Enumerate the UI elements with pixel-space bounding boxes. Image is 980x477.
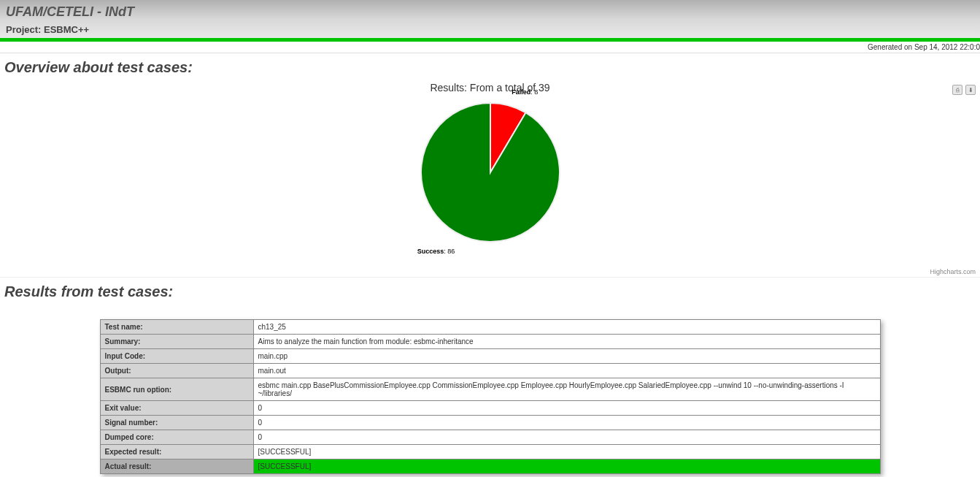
row-key: Test name: — [100, 320, 253, 335]
row-key: Summary: — [100, 335, 253, 349]
table-row: Dumped core:0 — [100, 430, 880, 445]
print-icon[interactable]: ⎙ — [952, 85, 962, 95]
row-key: ESBMC run option: — [100, 378, 253, 401]
row-key: Input Code: — [100, 349, 253, 364]
chart-toolbar: ⎙ ⬇ — [952, 85, 976, 95]
row-value: main.out — [253, 364, 880, 378]
table-row: Actual result:[SUCCESSFUL] — [100, 459, 880, 474]
test-result-table: Test name:ch13_25Summary:Aims to analyze… — [100, 319, 881, 474]
row-value: [SUCCESSFUL] — [253, 459, 880, 474]
pie-label-success: Success: 86 — [417, 248, 455, 255]
row-value: esbmc main.cpp BasePlusCommissionEmploye… — [253, 378, 880, 401]
project-name: ESBMC++ — [44, 24, 89, 35]
row-value: 0 — [253, 401, 880, 416]
org-title: UFAM/CETELI - INdT — [6, 4, 974, 20]
row-value: [SUCCESSFUL] — [253, 445, 880, 459]
generated-timestamp: Generated on Sep 14, 2012 22:0:0 — [0, 42, 980, 53]
row-value: 0 — [253, 416, 880, 430]
chart-credits: Highcharts.com — [930, 268, 976, 275]
row-value: main.cpp — [253, 349, 880, 364]
pie-chart-container: Results: From a total of 39 ⎙ ⬇ Failed: … — [0, 80, 980, 278]
chart-title: Results: From a total of 39 — [0, 80, 980, 94]
table-row: Input Code:main.cpp — [100, 349, 880, 364]
row-value: 0 — [253, 430, 880, 445]
row-value: Aims to analyze the main function from m… — [253, 335, 880, 349]
pie-slice-success[interactable] — [421, 103, 560, 242]
pie-svg — [417, 99, 563, 245]
row-key: Expected result: — [100, 445, 253, 459]
row-value: ch13_25 — [253, 320, 880, 335]
table-row: Exit value:0 — [100, 401, 880, 416]
results-heading: Results from test cases: — [0, 278, 980, 305]
pie-chart: Failed: 8Success: 86 — [417, 99, 563, 245]
row-key: Signal number: — [100, 416, 253, 430]
row-key: Dumped core: — [100, 430, 253, 445]
pie-label-failed: Failed: 8 — [512, 88, 538, 96]
export-icon[interactable]: ⬇ — [965, 85, 976, 95]
table-row: Summary:Aims to analyze the main functio… — [100, 335, 880, 349]
row-key: Actual result: — [100, 459, 253, 474]
project-line: Project: ESBMC++ — [6, 24, 974, 35]
table-row: Test name:ch13_25 — [100, 320, 880, 335]
table-row: Output:main.out — [100, 364, 880, 378]
table-row: Signal number:0 — [100, 416, 880, 430]
row-key: Exit value: — [100, 401, 253, 416]
table-row: Expected result:[SUCCESSFUL] — [100, 445, 880, 459]
project-label: Project: — [6, 24, 41, 35]
table-row: ESBMC run option:esbmc main.cpp BasePlus… — [100, 378, 880, 401]
page-header: UFAM/CETELI - INdT Project: ESBMC++ — [0, 0, 980, 42]
overview-heading: Overview about test cases: — [0, 53, 980, 80]
row-key: Output: — [100, 364, 253, 378]
